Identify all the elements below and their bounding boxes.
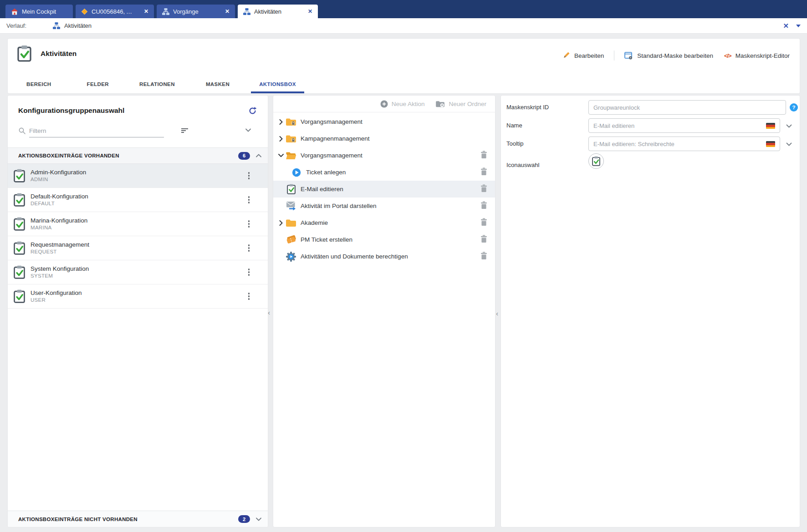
tab-aktivitaeten[interactable]: Aktivitäten ✕ [238,5,318,18]
form-gear-icon [624,52,633,60]
edit-standard-mask-label: Standard-Maske bearbeiten [637,52,713,59]
tab-label: CU0056846, Abspr... [92,8,134,15]
tree-item-ticket-anlegen[interactable]: Ticket anlegen [273,164,495,181]
home-icon [11,8,18,15]
sitemap-icon [53,22,60,29]
trash-icon[interactable] [480,235,487,245]
section-entries-missing[interactable]: AKTIONSBOXEINTRÄGE NICHT VORHANDEN 2 [8,511,268,527]
collapse-left-panel-icon[interactable]: ‹ [268,310,270,315]
chevron-up-icon[interactable] [256,154,261,157]
tree-item-aktivitaet-im-portal[interactable]: Aktivität im Portal darstellen [273,198,495,214]
chevron-down-icon[interactable] [256,517,261,521]
kebab-menu-icon[interactable] [246,170,252,181]
search-icon [18,127,26,135]
tab-relationen[interactable]: RELATIONEN [132,75,182,93]
group-name: Marina-Konfiguration [31,217,87,224]
trash-icon[interactable] [480,252,487,262]
close-icon[interactable]: ✕ [308,8,312,15]
clipboard-check-icon [287,184,296,194]
list-item-user-konfiguration[interactable]: User-KonfigurationUSER [8,284,268,309]
kebab-menu-icon[interactable] [246,218,252,229]
chevron-down-icon[interactable] [796,25,801,27]
chevron-down-icon[interactable] [278,153,284,157]
ticket-icon [286,235,296,245]
tree-item-email-editieren[interactable]: E-Mail editieren [273,181,495,198]
close-icon[interactable]: ✕ [225,8,230,15]
history-bar: Verlauf: Aktivitäten ✕ [0,18,807,34]
tab-mein-cockpit[interactable]: Mein Cockpit [5,5,73,18]
trash-icon[interactable] [480,201,487,211]
section-entries-available[interactable]: AKTIONSBOXEINTRÄGE VORHANDEN 6 [8,147,268,164]
chevron-right-icon[interactable] [279,136,283,142]
tab-felder[interactable]: FELDER [80,75,116,93]
name-input[interactable] [588,118,780,133]
divider [614,51,614,61]
mask-script-editor-button[interactable]: </> Maskenskript-Editor [724,52,790,59]
list-item-requestmanagement[interactable]: RequestmanagementREQUEST [8,236,268,260]
chevron-down-icon[interactable] [245,128,251,132]
list-item-system-konfiguration[interactable]: System KonfigurationSYSTEM [8,260,268,284]
top-tab-bar: Mein Cockpit CU0056846, Abspr... ✕ Vorgä… [0,0,807,18]
tree-item-pm-ticket-erstellen[interactable]: PM Ticket erstellen [273,231,495,248]
chevron-right-icon[interactable] [279,119,283,125]
close-icon[interactable]: ✕ [783,22,789,30]
chevron-right-icon[interactable] [279,220,283,226]
history-item[interactable]: Aktivitäten [64,22,92,29]
config-group-panel-title: Konfigurationsgruppenauswahl [18,106,124,115]
maskenskript-id-input[interactable] [588,100,786,115]
trash-icon[interactable] [480,184,487,194]
filter-input[interactable] [29,125,164,137]
kebab-menu-icon[interactable] [246,194,252,205]
section-label: AKTIONSBOXEINTRÄGE NICHT VORHANDEN [18,517,138,522]
chevron-down-icon[interactable] [786,124,792,128]
group-name: User-Konfiguration [31,289,82,297]
collapse-tree-panel-icon[interactable]: ‹ [496,311,498,316]
tree-folder-vorgangsmanagement-open[interactable]: Vorgangsmanagement [273,147,495,164]
edit-button[interactable]: Bearbeiten [562,51,604,60]
tree-folder-akademie[interactable]: Akademie [273,214,495,231]
pencil-icon [562,51,570,60]
locked-folder-icon [286,134,296,143]
kebab-menu-icon[interactable] [246,267,252,278]
actionbox-tree-panel: Neue Aktion Neuer Ordner Vorgangsmanagem… [273,96,495,527]
tooltip-input[interactable] [588,137,780,151]
tree-item-aktivitaeten-dokumente-berechtigen[interactable]: Aktivitäten und Dokumente berechtigen [273,248,495,265]
field-label: Tooltip [506,140,524,147]
trash-icon[interactable] [480,151,487,161]
group-code: DEFAULT [31,200,88,207]
tree-folder-kampagnenmanagement-locked[interactable]: Kampagnenmanagement [273,130,495,147]
edit-standard-mask-button[interactable]: Standard-Maske bearbeiten [624,52,713,60]
german-flag-icon[interactable] [766,123,775,129]
list-item-marina-konfiguration[interactable]: Marina-KonfigurationMARINA [8,212,268,236]
tree-folder-vorgangsmanagement-locked[interactable]: Vorgangsmanagement [273,113,495,130]
group-code: REQUEST [31,248,89,255]
tab-aktionsbox[interactable]: AKTIONSBOX [252,75,303,93]
tab-bereich[interactable]: BEREICH [19,75,59,93]
list-item-admin-konfiguration[interactable]: Admin-KonfigurationADMIN [8,164,268,188]
tree-item-label: Vorgangsmanagement [301,118,363,125]
help-icon[interactable]: ? [790,103,798,111]
group-code: MARINA [31,224,87,231]
kebab-menu-icon[interactable] [246,243,252,253]
chevron-down-icon[interactable] [786,142,792,146]
tab-masken[interactable]: MASKEN [199,75,237,93]
tab-cu0056846[interactable]: CU0056846, Abspr... ✕ [76,5,154,18]
refresh-icon[interactable] [248,106,257,117]
close-icon[interactable]: ✕ [144,8,148,15]
tree-item-label: Ticket anlegen [306,169,346,176]
new-folder-button[interactable]: Neuer Ordner [435,100,486,108]
german-flag-icon[interactable] [766,141,775,147]
list-item-default-konfiguration[interactable]: Default-KonfigurationDEFAULT [8,188,268,212]
config-group-panel: Konfigurationsgruppenauswahl AKTIONSBOXE… [8,96,268,527]
icon-select-button[interactable] [588,153,604,169]
kebab-menu-icon[interactable] [246,291,252,302]
section-tabs: BEREICH FELDER RELATIONEN MASKEN AKTIONS… [19,75,303,93]
tree-item-label: Aktivität im Portal darstellen [301,203,377,209]
trash-icon[interactable] [480,167,487,177]
group-name: Admin-Konfiguration [31,168,86,176]
trash-icon[interactable] [480,218,487,228]
tab-vorgaenge[interactable]: Vorgänge ✕ [157,5,235,18]
new-action-button[interactable]: Neue Aktion [380,100,425,108]
group-name: System Konfiguration [31,265,89,273]
sort-icon[interactable] [181,128,188,134]
